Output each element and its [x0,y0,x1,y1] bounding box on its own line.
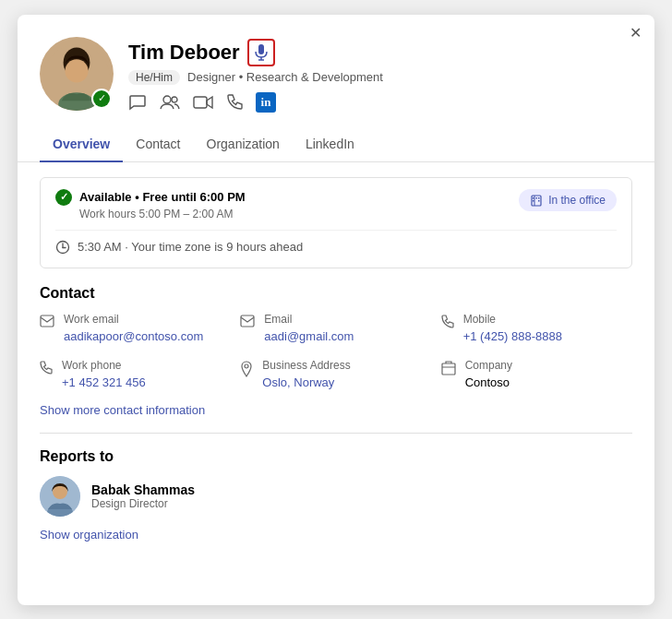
pronoun-row: He/Him Designer • Research & Development [128,70,632,85]
svg-rect-14 [538,197,540,199]
reports-to-avatar [40,476,80,517]
profile-card: ✕ ✓ [18,15,654,605]
video-icon[interactable] [193,95,213,110]
name-row: Tim Deboer [128,39,632,66]
close-button[interactable]: ✕ [630,26,642,41]
show-organization-link[interactable]: Show organization [40,528,138,542]
pronunciation-button[interactable] [247,39,275,66]
group-icon[interactable] [160,94,180,111]
profile-header: ✓ Tim Deboer He/Him Designer • Research … [18,15,654,113]
card-body: ✓ Available • Free until 6:00 PM Work ho… [18,162,654,557]
status-row: ✓ Available • Free until 6:00 PM Work ho… [55,189,617,220]
linkedin-icon[interactable]: in [256,92,276,113]
profile-info: Tim Deboer He/Him Designer • Research & … [128,37,632,113]
svg-rect-20 [41,315,54,327]
work-email-value[interactable]: aadikapoor@contoso.com [64,329,203,343]
tab-linkedin[interactable]: LinkedIn [293,127,367,162]
work-email-item: Work email aadikapoor@contoso.com [40,313,231,344]
phone-icon-3 [40,361,53,378]
reports-to-person: Babak Shammas Design Director [40,476,632,517]
svg-rect-9 [194,97,207,108]
svg-rect-4 [258,44,264,54]
mobile-value[interactable]: +1 (425) 888-8888 [463,329,562,343]
address-content: Business Address Oslo, Norway [262,359,350,390]
contact-section-title: Contact [40,285,632,302]
reports-to-avatar-svg [40,476,80,517]
address-item: Business Address Oslo, Norway [240,359,431,390]
mic-icon [255,44,268,61]
svg-rect-23 [442,363,455,375]
timezone-row: 5:30 AM · Your time zone is 9 hours ahea… [55,230,617,256]
reports-to-name: Babak Shammas [91,482,195,497]
chat-icon[interactable] [128,93,147,112]
pronoun-badge: He/Him [128,70,180,85]
phone-icon-2 [441,315,454,332]
building-icon [530,194,543,207]
work-phone-value[interactable]: +1 452 321 456 [62,375,146,389]
svg-point-7 [163,96,171,103]
tab-overview[interactable]: Overview [40,127,123,162]
email-content: Email aadi@gmail.com [264,313,354,344]
svg-rect-15 [533,200,534,202]
reports-to-title: Reports to [40,448,632,465]
availability-status: ✓ Available • Free until 6:00 PM [55,189,246,206]
work-email-label: Work email [64,313,203,326]
work-email-content: Work email aadikapoor@contoso.com [64,313,203,344]
svg-rect-16 [538,200,540,202]
phone-icon[interactable] [226,94,243,111]
action-icons-row: in [128,92,632,113]
envelope-icon-2 [240,315,255,330]
available-check-icon: ✓ [55,189,72,206]
tab-contact[interactable]: Contact [123,127,193,162]
email-item: Email aadi@gmail.com [240,313,431,344]
mobile-label: Mobile [463,313,562,326]
envelope-icon-1 [40,315,54,330]
available-indicator: ✓ [93,90,110,107]
tab-organization[interactable]: Organization [194,127,293,162]
role-text: Designer • Research & Development [187,70,383,84]
company-label: Company [465,359,512,372]
office-label: In the office [548,194,606,207]
mobile-item: Mobile +1 (425) 888-8888 [441,313,632,344]
svg-rect-21 [241,315,254,327]
svg-rect-12 [533,197,534,199]
show-more-contact-link[interactable]: Show more contact information [40,403,205,417]
mobile-content: Mobile +1 (425) 888-8888 [463,313,562,344]
work-phone-item: Work phone +1 452 321 456 [40,359,231,390]
svg-point-2 [65,59,88,82]
address-label: Business Address [262,359,350,372]
status-badge: ✓ [91,89,112,109]
svg-point-22 [245,364,248,368]
company-icon [441,361,456,378]
svg-point-8 [172,97,177,102]
reports-to-info: Babak Shammas Design Director [91,482,195,510]
svg-rect-13 [536,197,538,199]
company-value: Contoso [465,375,510,389]
tabs-bar: Overview Contact Organization LinkedIn [18,127,654,162]
reports-to-role: Design Director [91,497,195,510]
clock-icon [55,240,70,255]
status-card: ✓ Available • Free until 6:00 PM Work ho… [40,177,632,268]
avatar: ✓ [40,37,114,111]
location-icon [240,361,253,380]
contact-grid: Work email aadikapoor@contoso.com Email … [40,313,632,390]
work-phone-content: Work phone +1 452 321 456 [62,359,146,390]
email-value[interactable]: aadi@gmail.com [264,329,354,343]
company-item: Company Contoso [441,359,632,390]
status-left: ✓ Available • Free until 6:00 PM Work ho… [55,189,246,220]
person-name: Tim Deboer [128,41,240,65]
work-hours: Work hours 5:00 PM – 2:00 AM [55,208,246,220]
timezone-text: 5:30 AM · Your time zone is 9 hours ahea… [78,240,303,254]
email-label: Email [264,313,354,326]
office-badge[interactable]: In the office [519,189,617,211]
work-phone-label: Work phone [62,359,146,372]
address-value[interactable]: Oslo, Norway [262,375,334,389]
company-content: Company Contoso [465,359,512,390]
section-divider [40,433,632,434]
